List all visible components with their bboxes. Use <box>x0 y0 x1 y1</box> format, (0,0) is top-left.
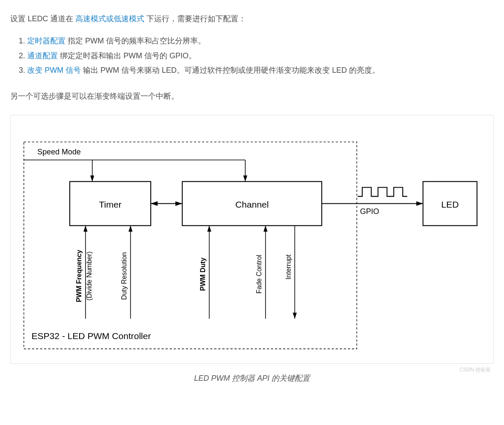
duty-resolution-text: Duty Resolution <box>120 252 128 300</box>
speed-mode-link[interactable]: 高速模式或低速模式 <box>75 14 144 23</box>
change-pwm-link[interactable]: 改变 PWM 信号 <box>27 66 81 74</box>
step-item: 通道配置 绑定定时器和输出 PWM 信号的 GPIO。 <box>27 49 494 63</box>
divide-number-text: (Divide Number) <box>86 251 93 300</box>
timer-label-text: Timer <box>99 200 121 209</box>
note-paragraph: 另一个可选步骤是可以在渐变终端设置一个中断。 <box>10 89 494 103</box>
channel-label-text: Channel <box>235 200 269 209</box>
ledc-diagram: ESP32 - LED PWM Controller Speed Mode Ti… <box>16 137 488 352</box>
interrupt-text: Interrupt <box>285 254 292 280</box>
timer-config-link[interactable]: 定时器配置 <box>27 37 66 45</box>
pwm-freq-text: PWM Frequency <box>75 250 83 302</box>
intro-prefix: 设置 LEDC 通道在 <box>10 14 75 23</box>
step-item: 改变 PWM 信号 输出 PWM 信号来驱动 LED。可通过软件控制或使用硬件渐… <box>27 63 494 77</box>
diagram-container: ESP32 - LED PWM Controller Speed Mode Ti… <box>10 115 494 364</box>
step-text: 输出 PWM 信号来驱动 LED。可通过软件控制或使用硬件渐变功能来改变 LED… <box>81 66 380 74</box>
channel-config-link[interactable]: 通道配置 <box>27 51 58 60</box>
led-label-text: LED <box>441 200 459 209</box>
step-text: 指定 PWM 信号的频率和占空比分辨率。 <box>66 37 206 45</box>
diagram-caption: LED PWM 控制器 API 的关键配置 <box>10 371 494 385</box>
step-text: 绑定定时器和输出 PWM 信号的 GPIO。 <box>58 51 196 60</box>
step-item: 定时器配置 指定 PWM 信号的频率和占空比分辨率。 <box>27 34 494 48</box>
pwm-duty-text: PWM Duty <box>199 257 206 291</box>
watermark-text: CSDN @嵌客 <box>459 365 491 375</box>
speed-mode-text: Speed Mode <box>37 148 81 156</box>
intro-suffix: 下运行，需要进行如下配置： <box>144 14 246 23</box>
fade-control-text: Fade Control <box>255 255 263 294</box>
intro-paragraph: 设置 LEDC 通道在 高速模式或低速模式 下运行，需要进行如下配置： <box>10 12 494 26</box>
steps-list: 定时器配置 指定 PWM 信号的频率和占空比分辨率。 通道配置 绑定定时器和输出… <box>27 34 494 77</box>
controller-title-text: ESP32 - LED PWM Controller <box>32 331 151 341</box>
svg-rect-0 <box>24 142 357 349</box>
gpio-label-text: GPIO <box>360 207 379 216</box>
